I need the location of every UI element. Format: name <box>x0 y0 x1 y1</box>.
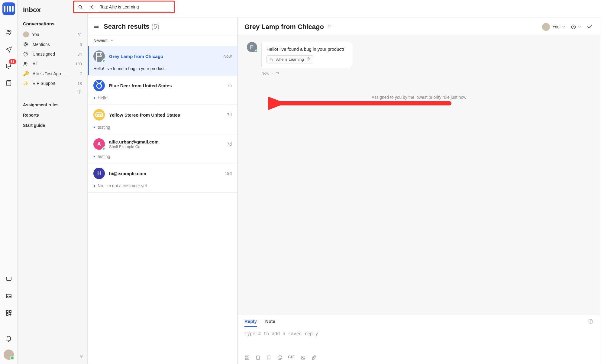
svg-point-36 <box>302 357 303 357</box>
chevron-down-icon <box>110 39 114 42</box>
results-panel: Search results (5) Newest Grey Lamp from… <box>88 18 237 364</box>
svg-rect-35 <box>301 356 305 359</box>
message-bubble: Hello! I've found a bug in your product!… <box>261 42 352 68</box>
sidebar-item-count: 0 <box>80 42 82 47</box>
message-avatar <box>247 42 257 52</box>
sidebar-item-count: 2 <box>80 71 82 76</box>
sidebar-item-count: 13 <box>78 81 82 86</box>
rail-messages[interactable]: 51 <box>3 60 15 72</box>
sidebar-settings[interactable] <box>18 88 87 95</box>
toolbar-saved-replies[interactable] <box>255 355 261 361</box>
result-item[interactable]: Yellow Stereo from United States7d•testi… <box>88 105 237 134</box>
help-icon <box>588 319 593 324</box>
assignee-picker[interactable]: You <box>542 23 566 31</box>
rail-articles[interactable] <box>3 77 15 89</box>
composer-input[interactable] <box>244 331 593 352</box>
rail-notifications[interactable] <box>3 333 15 344</box>
result-avatar <box>93 50 105 62</box>
svg-rect-7 <box>6 314 8 315</box>
toolbar-attach[interactable] <box>311 355 317 361</box>
rail-apps[interactable] <box>3 307 15 319</box>
sidebar-item-app[interactable]: 🔑 Allie's Test App -... 2 <box>18 69 87 79</box>
arrow-left-icon <box>90 4 96 10</box>
note-icon <box>255 355 261 360</box>
sidebar: Inbox Conversations You 51 Mentions 0 Un… <box>18 0 88 364</box>
toolbar-gif[interactable]: GIF <box>288 355 295 361</box>
gear-icon <box>77 89 82 94</box>
toolbar-image[interactable] <box>300 355 306 361</box>
sort-label: Newest <box>93 38 108 43</box>
search-back-button[interactable] <box>87 2 99 12</box>
svg-rect-23 <box>276 72 278 74</box>
result-item[interactable]: Aallie.urban@gmail.comShell Example Co7d… <box>88 134 237 163</box>
svg-point-26 <box>590 322 591 323</box>
chevron-down-icon <box>562 25 566 29</box>
sidebar-item-mentions[interactable]: Mentions 0 <box>18 40 87 49</box>
rail-inbox-tray[interactable] <box>3 290 15 302</box>
tab-note[interactable]: Note <box>265 319 275 327</box>
tag-label[interactable]: Allie is Learning <box>276 57 304 62</box>
svg-point-8 <box>25 43 27 45</box>
result-item[interactable]: Hhi@example.com19d•No, I'm not a custome… <box>88 163 237 193</box>
search-button[interactable] <box>74 2 87 12</box>
tag-remove-button[interactable] <box>306 57 310 62</box>
results-sort[interactable]: Newest <box>88 35 237 46</box>
online-dot-icon <box>102 147 105 150</box>
flag-icon <box>249 44 255 50</box>
user-plus-icon <box>327 24 332 29</box>
result-avatar: A <box>93 138 105 150</box>
tab-reply[interactable]: Reply <box>244 319 257 327</box>
sidebar-section-label: Conversations <box>18 21 87 29</box>
result-item[interactable]: Blue Deer from United States7h•Hello! <box>88 76 237 105</box>
sidebar-item-you[interactable]: You 51 <box>18 29 87 40</box>
rail-send[interactable] <box>3 43 15 55</box>
assignee-avatar <box>542 23 550 31</box>
rail-conversation[interactable] <box>3 273 15 285</box>
current-user-avatar[interactable] <box>4 350 14 360</box>
app-logo[interactable] <box>2 2 15 15</box>
unread-bullet-icon: • <box>93 154 95 160</box>
svg-point-34 <box>280 357 281 358</box>
unread-bullet-icon: • <box>93 183 95 189</box>
check-icon <box>586 23 593 30</box>
logo-bars-icon <box>4 6 14 12</box>
bookmark-icon <box>266 355 272 360</box>
result-time: 19d <box>225 171 232 176</box>
sidebar-link-reports[interactable]: Reports <box>23 110 82 120</box>
composer-help-button[interactable] <box>588 319 593 327</box>
search-icon <box>78 4 83 10</box>
sidebar-item-count: 51 <box>78 32 82 37</box>
rail-contacts[interactable] <box>3 27 15 38</box>
result-name: Blue Deer from United States <box>109 83 172 88</box>
result-time: 7h <box>227 83 232 88</box>
sidebar-item-unassigned[interactable]: Unassigned 34 <box>18 49 87 59</box>
svg-rect-6 <box>9 311 11 312</box>
results-header: Search results (5) <box>88 18 237 35</box>
sidebar-heart[interactable]: ♥ <box>80 353 83 360</box>
results-menu-button[interactable] <box>93 23 99 30</box>
sidebar-item-label: VIP Support <box>33 81 55 86</box>
toolbar-apps[interactable] <box>244 355 250 361</box>
composer-toolbar: GIF <box>244 353 593 361</box>
sidebar-link-start[interactable]: Start guide <box>23 120 82 130</box>
conversation-panel: Grey Lamp from Chicago You <box>237 18 600 364</box>
sidebar-item-all[interactable]: All 100 <box>18 59 87 69</box>
sidebar-item-label: You <box>32 32 39 37</box>
chevron-down-icon <box>578 25 581 29</box>
assignment-note: Assigned to you by the lowest priority r… <box>238 95 600 100</box>
sidebar-link-assignment[interactable]: Assignment rules <box>23 100 82 110</box>
result-item[interactable]: Grey Lamp from ChicagoNowHello! I've fou… <box>88 46 237 76</box>
search-input[interactable] <box>99 3 171 11</box>
result-avatar <box>93 109 105 121</box>
result-time: 7d <box>227 112 232 117</box>
svg-rect-31 <box>257 356 260 359</box>
add-participant-button[interactable] <box>327 24 332 30</box>
online-dot-icon <box>102 59 105 62</box>
sidebar-item-vip[interactable]: ✨ VIP Support 13 <box>18 79 87 88</box>
close-conversation-button[interactable] <box>586 23 593 31</box>
message-meta: Now · <box>238 70 600 76</box>
results-title: Search results <box>104 23 150 30</box>
toolbar-emoji[interactable] <box>277 355 283 361</box>
snooze-button[interactable] <box>570 24 581 30</box>
toolbar-bookmark[interactable] <box>266 355 272 361</box>
